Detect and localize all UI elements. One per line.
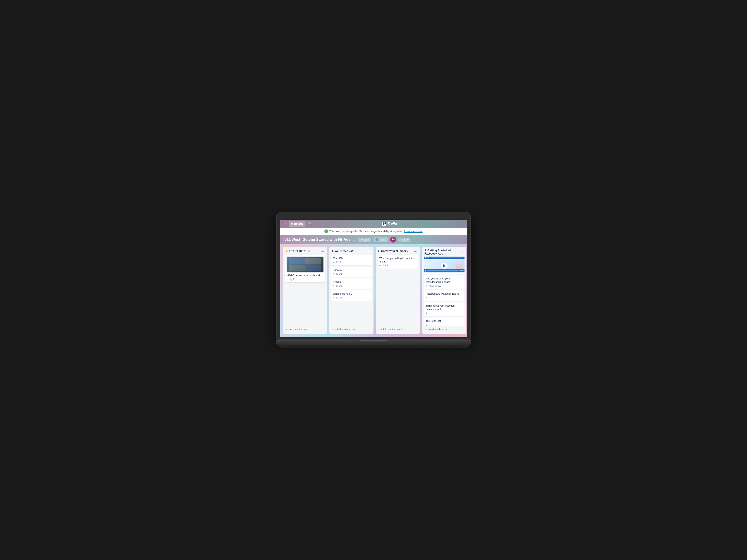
card-core-offer-desc: ≡ bbox=[333, 261, 334, 263]
card-video-meta: ≡ 📎 2 bbox=[287, 278, 324, 281]
card-core-offer-meta: ≡ ☑ 0/2 bbox=[333, 261, 370, 263]
board-header: [511 West] Getting Started with FB Ads ☆… bbox=[280, 235, 467, 244]
add-icon: + bbox=[379, 328, 380, 330]
notice-icon: ✓ bbox=[325, 230, 328, 233]
globe-icon: 🌐 bbox=[375, 238, 379, 241]
card-tripwire[interactable]: Tripwire ≡ ☑ 0/1 bbox=[331, 267, 372, 277]
card-core-offer-checklist: ☑ 0/2 bbox=[336, 261, 342, 263]
fb-dot-1 bbox=[425, 257, 426, 258]
list-getting-started-menu-button[interactable]: ··· bbox=[460, 250, 464, 254]
add-icon: + bbox=[332, 328, 333, 330]
fb-video-thumbnail: Public bbox=[424, 257, 464, 272]
card-core-offer-title: Core Offer bbox=[333, 257, 370, 260]
laptop-notch bbox=[360, 340, 387, 341]
description-icon: ≡ bbox=[333, 273, 334, 275]
add-card-offer-path-button[interactable]: + + Add another card bbox=[330, 326, 372, 332]
nav-center: Trello bbox=[314, 222, 465, 226]
checklist-icon: ☑ bbox=[336, 273, 338, 275]
thumb-cell-3 bbox=[289, 265, 305, 271]
card-test[interactable]: Test Test Test! ≡ bbox=[424, 317, 464, 325]
list-getting-started-cards: Public Add your pixel to your website/la… bbox=[422, 257, 466, 326]
member-avatar[interactable]: JW bbox=[390, 237, 396, 243]
add-card-numbers-label: + Add another card bbox=[381, 328, 402, 330]
card-video[interactable]: VIDEO: How to use this board! ≡ 📎 2 bbox=[285, 255, 325, 283]
card-video-title: VIDEO: How to use this board! bbox=[287, 274, 324, 277]
card-tripwire-checklist: ☑ 0/1 bbox=[336, 273, 342, 275]
checklist-icon: ☑ bbox=[435, 285, 437, 287]
description-icon: ≡ bbox=[426, 312, 427, 314]
search-button[interactable]: 🔍 bbox=[307, 221, 313, 227]
trello-app: ⌂ ⊞ Boards 🔍 bbox=[280, 220, 467, 337]
add-card-start-here-label: + Add another card bbox=[288, 328, 309, 330]
fb-thumb-header bbox=[424, 257, 464, 259]
trello-logo: Trello bbox=[382, 222, 397, 226]
thumbnail-grid bbox=[289, 258, 321, 271]
personal-visibility-button[interactable]: Personal bbox=[358, 238, 371, 242]
card-freebie-title: Freebie bbox=[333, 280, 370, 284]
card-pixel[interactable]: Add your pixel to your website/landing p… bbox=[424, 275, 464, 289]
fb-addr-bar bbox=[431, 258, 464, 258]
card-what-next[interactable]: What to do next... ≡ ☑ 0/6 bbox=[331, 290, 372, 301]
card-willing-spend[interactable]: What are you willing to spend on a lead?… bbox=[378, 255, 418, 269]
invite-label: Invite bbox=[403, 238, 409, 241]
card-fb-manager-title: Facebook Ad Manager Basics bbox=[426, 292, 463, 295]
checklist-icon: ☑ bbox=[336, 285, 338, 287]
card-pixel-desc: ≡ bbox=[426, 285, 427, 287]
fb-public-label: Public bbox=[459, 270, 464, 271]
card-outcome-title: Think about your intended outcome/goal bbox=[426, 304, 463, 311]
list-know-numbers-header: 2. Know Your Numbers ··· bbox=[376, 247, 420, 255]
thumbnail-bg bbox=[287, 257, 324, 272]
board-star-button[interactable]: ☆ bbox=[353, 238, 356, 241]
add-card-start-here-button[interactable]: + + Add another card bbox=[284, 326, 326, 332]
card-tripwire-meta: ≡ ☑ 0/1 bbox=[333, 273, 370, 275]
description-icon: ≡ bbox=[333, 285, 334, 287]
card-outcome-meta: ≡ bbox=[426, 312, 463, 314]
fb-play-triangle bbox=[443, 264, 446, 267]
card-what-next-count: 0/6 bbox=[339, 296, 342, 299]
card-freebie-checklist: ☑ 0/3 bbox=[336, 285, 342, 287]
notice-link[interactable]: Learn more here bbox=[404, 230, 422, 233]
fb-thumbnail-content: Public bbox=[424, 257, 464, 272]
list-getting-started: 3. Getting Started with Facebook Ads ··· bbox=[422, 247, 466, 334]
card-fb-video[interactable]: Public bbox=[424, 257, 464, 274]
card-pixel-checklist: ☑ 0/2 bbox=[435, 285, 441, 287]
boards-grid-icon: ⊞ bbox=[291, 222, 293, 225]
list-getting-started-header: 3. Getting Started with Facebook Ads ··· bbox=[422, 247, 466, 257]
card-fb-manager[interactable]: Facebook Ad Manager Basics ≡ bbox=[424, 290, 464, 301]
card-freebie[interactable]: Freebie ≡ ☑ 0/3 bbox=[331, 278, 372, 289]
video-thumbnail bbox=[287, 257, 324, 272]
invite-button[interactable]: + Invite bbox=[398, 238, 410, 242]
card-fb-manager-desc: ≡ bbox=[426, 297, 427, 299]
trello-logo-text: Trello bbox=[387, 222, 397, 226]
card-core-offer-count: 0/2 bbox=[339, 261, 342, 263]
card-core-offer[interactable]: Core Offer ≡ ☑ 0/2 bbox=[331, 255, 372, 265]
board-scroll: 👉 START HERE 👈 ··· bbox=[280, 244, 467, 337]
board-content: 👉 START HERE 👈 ··· bbox=[280, 244, 467, 337]
card-willing-spend-checklist: ☑ 0/6 bbox=[383, 264, 388, 267]
card-pixel-title: Add your pixel to your website/landing p… bbox=[426, 277, 463, 284]
add-icon: + bbox=[286, 328, 287, 330]
list-start-here-cards: VIDEO: How to use this board! ≡ 📎 2 bbox=[283, 255, 327, 326]
public-visibility-button[interactable]: 🌐 Public bbox=[374, 237, 388, 242]
home-button[interactable]: ⌂ bbox=[282, 221, 288, 227]
list-start-here-menu-button[interactable]: ··· bbox=[320, 249, 325, 254]
laptop-base bbox=[276, 340, 471, 345]
list-offer-path-menu-button[interactable]: ··· bbox=[367, 249, 371, 254]
list-know-numbers-menu-button[interactable]: ··· bbox=[413, 249, 418, 254]
list-know-numbers-title: 2. Know Your Numbers bbox=[378, 249, 413, 253]
add-card-fb-button[interactable]: + + Add another card bbox=[423, 326, 465, 332]
public-label: Public bbox=[379, 238, 386, 241]
add-card-offer-path-label: + Add another card bbox=[334, 328, 355, 330]
checklist-icon: ☑ bbox=[336, 261, 338, 263]
boards-button[interactable]: ⊞ Boards bbox=[289, 221, 305, 227]
add-card-numbers-button[interactable]: + + Add another card bbox=[377, 326, 419, 332]
fb-thumb-footer: Public bbox=[424, 269, 464, 272]
fb-dot-2 bbox=[427, 257, 428, 258]
card-outcome[interactable]: Think about your intended outcome/goal ≡ bbox=[424, 302, 464, 316]
card-what-next-title: What to do next... bbox=[333, 292, 370, 295]
card-video-attachment: 📎 2 bbox=[290, 278, 294, 281]
screen: ⌂ ⊞ Boards 🔍 bbox=[280, 220, 467, 337]
card-fb-manager-meta: ≡ bbox=[426, 297, 463, 299]
personal-label: Personal bbox=[360, 238, 369, 241]
card-pixel-count: 0/2 bbox=[438, 285, 441, 287]
